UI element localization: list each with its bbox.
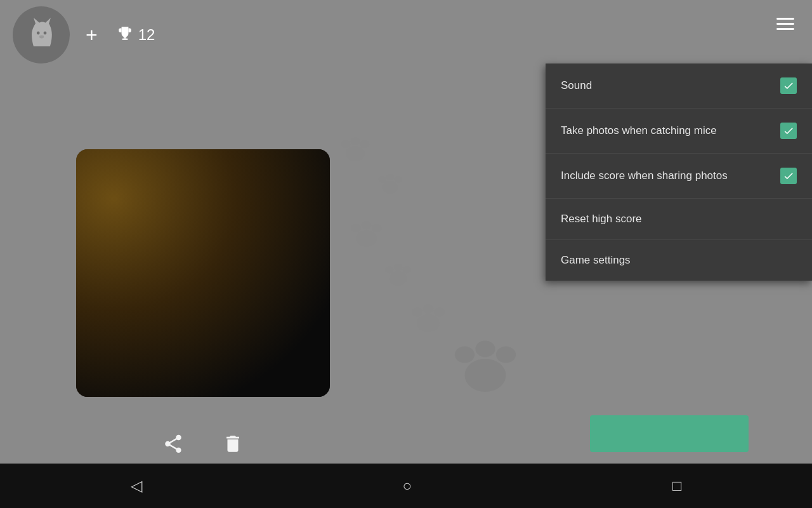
cat-avatar[interactable] xyxy=(13,6,70,64)
checkbox-include-score[interactable] xyxy=(780,168,797,184)
menu-item-game-settings[interactable]: Game settings xyxy=(546,240,812,281)
menu-item-sound[interactable]: Sound xyxy=(546,64,812,109)
teal-button[interactable] xyxy=(590,415,749,452)
cat-photo xyxy=(76,149,330,397)
cat-icon xyxy=(22,16,60,54)
checkmark-icon xyxy=(783,125,794,137)
menu-item-take-photos[interactable]: Take photos when catching mice xyxy=(546,109,812,154)
action-bar xyxy=(76,433,330,457)
svg-point-26 xyxy=(39,36,44,39)
trash-icon xyxy=(222,433,244,455)
home-button[interactable]: ○ xyxy=(403,477,412,495)
share-button[interactable] xyxy=(162,433,184,457)
top-bar: + 12 xyxy=(0,0,812,70)
menu-item-include-score[interactable]: Include score when sharing photos xyxy=(546,154,812,199)
hamburger-line-1 xyxy=(776,18,794,20)
delete-button[interactable] xyxy=(222,433,244,457)
menu-item-label-reset-score: Reset high score xyxy=(561,213,642,225)
menu-item-label-take-photos: Take photos when catching mice xyxy=(561,124,717,137)
menu-item-label-sound: Sound xyxy=(561,79,592,92)
add-cat-button[interactable]: + xyxy=(86,23,98,47)
recent-apps-button[interactable]: □ xyxy=(672,477,682,495)
menu-item-label-include-score: Include score when sharing photos xyxy=(561,170,728,182)
svg-point-24 xyxy=(37,32,40,35)
menu-item-label-game-settings: Game settings xyxy=(561,254,631,267)
hamburger-menu-button[interactable] xyxy=(771,13,799,35)
score-area: 12 xyxy=(117,25,155,45)
hamburger-line-2 xyxy=(776,23,794,25)
trophy-icon xyxy=(117,25,133,45)
checkmark-icon xyxy=(783,80,794,91)
svg-point-25 xyxy=(44,32,47,35)
checkbox-take-photos[interactable] xyxy=(780,123,797,139)
share-icon xyxy=(162,433,184,455)
menu-item-reset-score[interactable]: Reset high score xyxy=(546,199,812,240)
checkbox-sound[interactable] xyxy=(780,77,797,94)
checkmark-icon xyxy=(783,170,794,182)
dropdown-menu: SoundTake photos when catching miceInclu… xyxy=(546,64,812,281)
high-score-value: 12 xyxy=(138,26,155,44)
nav-bar: ◁ ○ □ xyxy=(0,464,812,508)
photo-inner xyxy=(76,149,330,397)
back-button[interactable]: ◁ xyxy=(131,477,142,495)
hamburger-line-3 xyxy=(776,28,794,30)
